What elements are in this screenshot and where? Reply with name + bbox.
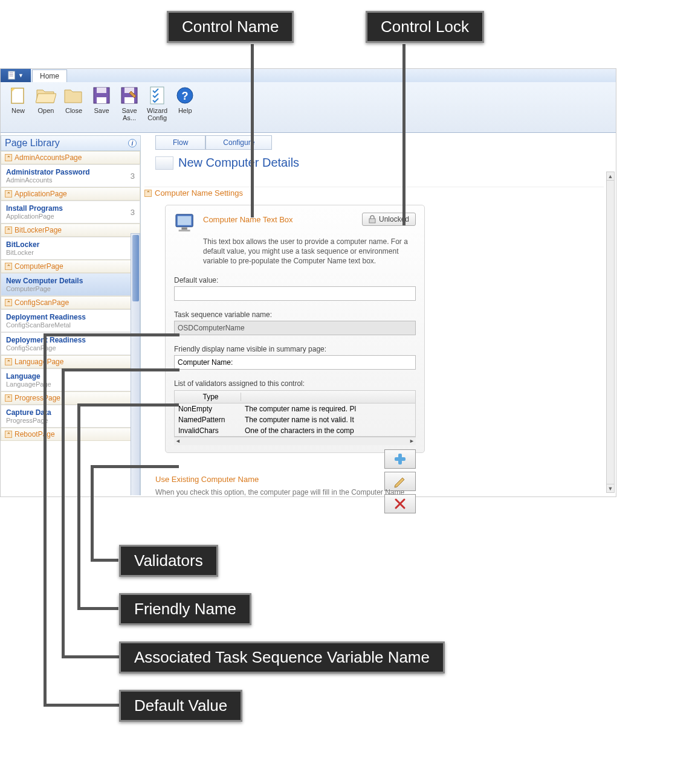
default-value-label: Default value: (174, 276, 416, 284)
library-group-header[interactable]: ⌃ProgressPage (1, 391, 140, 405)
page-library-header: Page Library i (1, 135, 141, 151)
friendly-name-input[interactable] (174, 355, 416, 370)
callout-validators: Validators (119, 545, 218, 577)
main-scrollbar[interactable]: ▲▼ (606, 172, 615, 493)
save-as-button[interactable]: Save As... (115, 84, 143, 132)
collapse-icon: ⌃ (5, 431, 12, 438)
library-group-header[interactable]: ⌃ComputerPage (1, 260, 140, 273)
library-entry[interactable]: Administrator PasswordAdminAccounts3 (1, 164, 140, 187)
svg-rect-0 (8, 71, 15, 79)
library-group-header[interactable]: ⌃ApplicationPage (1, 187, 140, 201)
svg-rect-16 (181, 228, 187, 230)
library-entry[interactable]: Capture DataProgressPage1 (1, 405, 140, 428)
page-title: New Computer Details (178, 156, 299, 170)
close-button[interactable]: Close (60, 84, 88, 132)
friendly-name-label: Friendly display name visible in summary… (174, 345, 416, 353)
collapse-icon: ⌃ (144, 190, 152, 197)
svg-rect-15 (178, 216, 192, 225)
app-menu-button[interactable]: ▼ (1, 69, 31, 82)
wizard-config-button[interactable]: Wizard Config (143, 84, 171, 132)
svg-rect-17 (179, 230, 190, 231)
new-button[interactable]: New (4, 84, 32, 132)
library-group-header[interactable]: ⌃AdminAccountsPage (1, 151, 140, 164)
collapse-icon: ⌃ (5, 154, 12, 161)
collapse-icon: ⌃ (5, 227, 12, 234)
collapse-icon: ⌃ (5, 299, 12, 306)
save-button[interactable]: Save (88, 84, 115, 132)
ribbon: New Open Close Save Save As... Wizard Co… (1, 82, 616, 133)
svg-rect-7 (97, 97, 106, 103)
validator-row[interactable]: NamedPatternThe computer name is not val… (175, 414, 415, 425)
sidebar-scrollbar[interactable] (131, 233, 140, 495)
library-entry[interactable]: LanguageLanguagePage3 (1, 368, 140, 391)
library-entry[interactable]: New Computer DetailsComputerPage3 (1, 273, 140, 296)
library-entry[interactable]: BitLockerBitLocker2 (1, 237, 140, 260)
svg-rect-4 (11, 88, 24, 103)
info-icon[interactable]: i (128, 139, 137, 147)
page-icon (155, 156, 173, 170)
validators-label: List of validators assigned to this cont… (174, 379, 416, 388)
section-header[interactable]: ⌃ Computer Name Settings (144, 187, 604, 198)
callout-default-value: Default Value (119, 690, 242, 722)
library-group-header[interactable]: ⌃BitLockerPage (1, 223, 140, 237)
validator-row[interactable]: NonEmptyThe computer name is required. P… (175, 403, 415, 414)
default-value-input[interactable] (174, 286, 416, 301)
callout-ts-variable: Associated Task Sequence Variable Name (119, 641, 445, 673)
tab-flow[interactable]: Flow (155, 135, 205, 150)
monitor-icon (174, 213, 197, 233)
lock-button[interactable]: Unlocked (362, 213, 416, 226)
collapse-icon: ⌃ (5, 263, 12, 270)
help-button[interactable]: ? Help (171, 84, 199, 132)
titlebar: ▼ Home (1, 69, 616, 82)
use-existing-title: Use Existing Computer Name (155, 475, 259, 484)
callout-friendly-name: Friendly Name (119, 593, 251, 625)
library-entry[interactable]: Install ProgramsApplicationPage3 (1, 201, 140, 223)
svg-text:?: ? (182, 90, 189, 102)
open-button[interactable]: Open (32, 84, 60, 132)
collapse-icon: ⌃ (5, 358, 12, 365)
validator-row[interactable]: InvalidCharsOne of the characters in the… (175, 425, 415, 436)
svg-rect-18 (369, 219, 375, 223)
pencil-icon (393, 475, 407, 488)
library-entry[interactable]: Deployment ReadinessConfigScanBareMetal2 (1, 309, 140, 332)
main-window: ▼ Home New Open Close Save Save As... Wi… (0, 68, 616, 497)
control-panel: Computer Name Text Box Unlocked This tex… (165, 205, 425, 453)
page-title-block: New Computer Details (155, 156, 299, 170)
delete-validator-button[interactable] (384, 494, 416, 513)
control-title: Computer Name Text Box (203, 215, 293, 224)
sidebar: ⌃AdminAccountsPageAdministrator Password… (1, 151, 141, 495)
library-group-header[interactable]: ⌃ConfigScanPage (1, 296, 140, 309)
collapse-icon: ⌃ (5, 394, 12, 402)
svg-rect-9 (124, 88, 134, 93)
ts-variable-label: Task sequence variable name: (174, 310, 416, 319)
svg-rect-6 (97, 88, 106, 93)
callout-control-lock: Control Lock (366, 11, 484, 43)
validators-list[interactable]: NonEmptyThe computer name is required. P… (174, 403, 416, 437)
callout-control-name: Control Name (167, 11, 294, 43)
library-group-header[interactable]: ⌃LanguagePage (1, 355, 140, 368)
svg-rect-20 (395, 457, 406, 461)
mid-tabs: Flow Configure (155, 135, 272, 150)
svg-rect-10 (124, 97, 134, 103)
collapse-icon: ⌃ (5, 190, 12, 198)
validators-table-header: Type (174, 390, 416, 403)
validators-scrollbar[interactable]: ◄► (174, 437, 416, 445)
tab-configure[interactable]: Configure (205, 135, 272, 150)
plus-icon (393, 452, 407, 466)
library-group-header[interactable]: ⌃RebootPage (1, 428, 140, 441)
add-validator-button[interactable] (384, 449, 416, 469)
ts-variable-input[interactable] (174, 321, 416, 335)
control-description: This text box allows the user to provide… (203, 237, 416, 266)
lock-icon (369, 215, 376, 223)
tab-home[interactable]: Home (32, 69, 67, 82)
use-existing-desc: When you check this option, the computer… (155, 488, 404, 496)
x-icon (394, 498, 406, 510)
dropdown-icon: ▼ (18, 72, 24, 79)
